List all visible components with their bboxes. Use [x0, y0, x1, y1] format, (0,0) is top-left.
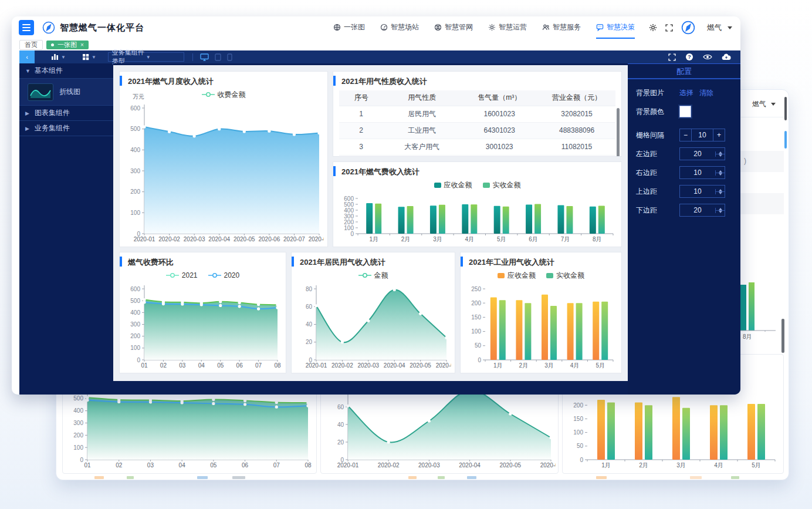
org-selector[interactable]: 燃气	[707, 23, 732, 33]
table-header-cell: 用气性质	[383, 90, 461, 106]
scrollbar[interactable]	[784, 131, 787, 149]
panel-fee-mom[interactable]: 燃气收费环比 20212020 010020030040050060001020…	[119, 252, 286, 373]
settings-gear-icon[interactable]	[649, 23, 657, 32]
bg-image-clear-link[interactable]: 清除	[699, 88, 713, 98]
chart-components-menu[interactable]: ▼	[51, 53, 66, 60]
decrement-button[interactable]	[716, 211, 725, 213]
sidebar-group-3[interactable]: ▶业务集组件	[19, 121, 113, 136]
app-logo-icon	[42, 21, 55, 34]
panel-monthly-income[interactable]: 2021年燃气月度收入统计 万元收费金额 0100200300400500600…	[119, 71, 328, 247]
decrement-button[interactable]	[716, 154, 725, 157]
legend-item[interactable]: 金额	[358, 271, 388, 281]
panel-gas-nature-table[interactable]: 2021年用气性质收入统计 序号用气性质售气量（m³）营业金额（元）1居民用气1…	[333, 71, 622, 157]
divider	[741, 117, 789, 117]
svg-text:300: 300	[344, 213, 354, 220]
scrollbar[interactable]	[781, 319, 784, 353]
desktop-preview-icon[interactable]	[200, 53, 209, 61]
nav-item-ops[interactable]: 智慧运营	[488, 16, 527, 39]
table-cell: 3	[339, 139, 383, 155]
table-row[interactable]: 2工业用气64301023488388096	[339, 122, 615, 139]
nav-label: 智慧管网	[445, 22, 473, 32]
margin-stepper[interactable]: 20	[679, 204, 725, 217]
svg-text:100: 100	[344, 225, 354, 231]
nav-item-service[interactable]: 智慧服务	[542, 16, 581, 39]
panel-resident-income[interactable]: 2021年居民用气收入统计 金额 0204060802020-012020-02…	[291, 252, 455, 373]
nav-item-network[interactable]: 智慧管网	[434, 16, 473, 39]
dashboard-canvas[interactable]: 2021年燃气月度收入统计 万元收费金额 0100200300400500600…	[113, 65, 628, 381]
chevron-down-icon: ▼	[92, 55, 96, 60]
svg-text:500: 500	[130, 126, 140, 132]
table-row[interactable]: 3大客户用气300102311082015	[339, 139, 615, 155]
svg-text:100: 100	[130, 210, 140, 216]
panel-title: 2021年用气性质收入统计	[333, 72, 621, 88]
svg-text:5月: 5月	[752, 462, 761, 468]
breadcrumb-home[interactable]: 首页	[19, 40, 43, 50]
legend-item[interactable]: 应收金额	[434, 180, 472, 190]
panel-fee-income[interactable]: 2021年燃气费收入统计 应收金额实收金额 010020030040050060…	[333, 161, 622, 247]
nav-item-station[interactable]: 智慧场站	[380, 16, 419, 39]
svg-text:1月: 1月	[369, 236, 378, 242]
help-icon[interactable]: ?	[685, 53, 693, 61]
decrement-button[interactable]: −	[680, 129, 692, 141]
decrement-button[interactable]	[716, 173, 725, 176]
legend-fragment	[438, 476, 445, 479]
field-label: 背景图片	[636, 88, 679, 98]
component-type-select[interactable]: 业务集组件类型 ▼	[108, 52, 184, 62]
legend-fragment	[690, 476, 702, 479]
nav-item-globe[interactable]: 一张图	[333, 16, 365, 39]
scrollbar[interactable]	[784, 97, 787, 120]
phone-preview-icon[interactable]	[227, 53, 232, 61]
bg-org-selector[interactable]: 燃气	[752, 99, 776, 109]
menu-toggle-button[interactable]	[19, 20, 34, 35]
table-cell: 64301023	[461, 122, 538, 139]
config-tab[interactable]: 配置	[628, 64, 740, 79]
legend-item[interactable]: 2021	[166, 271, 198, 279]
bg-color-swatch[interactable]	[679, 106, 691, 117]
scrollbar[interactable]	[617, 108, 620, 156]
svg-text:5月: 5月	[596, 362, 605, 369]
close-icon[interactable]: ×	[80, 41, 84, 49]
nav-label: 智慧服务	[553, 22, 581, 32]
config-row-grid-gap: 栅格间隔 − 10 +	[628, 126, 740, 144]
bg-image-choose-link[interactable]: 选择	[679, 88, 693, 98]
svg-text:2020-06: 2020-06	[436, 362, 451, 369]
fullscreen-icon[interactable]	[665, 24, 673, 32]
svg-text:200: 200	[344, 219, 354, 225]
legend-fragment	[127, 476, 134, 479]
chart-legend: 万元收费金额	[120, 88, 327, 101]
svg-text:300: 300	[73, 420, 83, 426]
legend-fragment	[94, 476, 104, 479]
components-sidebar: ▼基本组件折线图▶图表集组件▶业务集组件	[19, 63, 113, 395]
tab-dot-icon	[51, 43, 54, 46]
widget-components-menu[interactable]: ▼	[82, 53, 96, 60]
legend-item[interactable]: 实收金额	[546, 271, 584, 281]
grid-gap-stepper[interactable]: − 10 +	[679, 129, 725, 141]
legend-marker-icon	[546, 273, 553, 278]
legend-item[interactable]: 实收金额	[483, 180, 521, 190]
legend-item[interactable]: 2020	[208, 271, 240, 279]
panel-title: 2021年燃气费收入统计	[333, 162, 621, 178]
table-row[interactable]: 1居民用气1600102332082015	[339, 106, 615, 122]
svg-text:04: 04	[179, 462, 186, 468]
nav-label: 智慧场站	[391, 22, 419, 32]
sidebar-item-line-chart[interactable]: 折线图	[19, 79, 113, 106]
collapse-sidebar-button[interactable]: ‹	[19, 50, 35, 63]
margin-stepper[interactable]: 20	[679, 147, 725, 160]
panel-industry-income[interactable]: 2021年工业用气收入统计 应收金额实收金额 0501001502002501月…	[460, 252, 622, 373]
active-tab[interactable]: 一张图 ×	[46, 41, 89, 49]
tablet-preview-icon[interactable]	[215, 53, 221, 61]
increment-button[interactable]: +	[713, 129, 725, 141]
nav-item-decision[interactable]: 智慧决策	[596, 16, 635, 39]
legend-item[interactable]: 收费金额	[202, 90, 246, 100]
margin-stepper[interactable]: 10	[679, 166, 725, 179]
sidebar-group-2[interactable]: ▶图表集组件	[19, 106, 113, 121]
sidebar-group-1[interactable]: ▼基本组件	[19, 63, 113, 79]
svg-text:?: ?	[688, 54, 691, 60]
legend-item[interactable]: 应收金额	[498, 271, 536, 281]
save-cloud-icon[interactable]	[722, 53, 731, 60]
preview-eye-icon[interactable]	[703, 53, 712, 60]
decrement-button[interactable]	[716, 192, 725, 194]
station-icon	[380, 23, 388, 31]
fullscreen-icon[interactable]	[668, 53, 676, 61]
margin-stepper[interactable]: 10	[679, 185, 725, 198]
